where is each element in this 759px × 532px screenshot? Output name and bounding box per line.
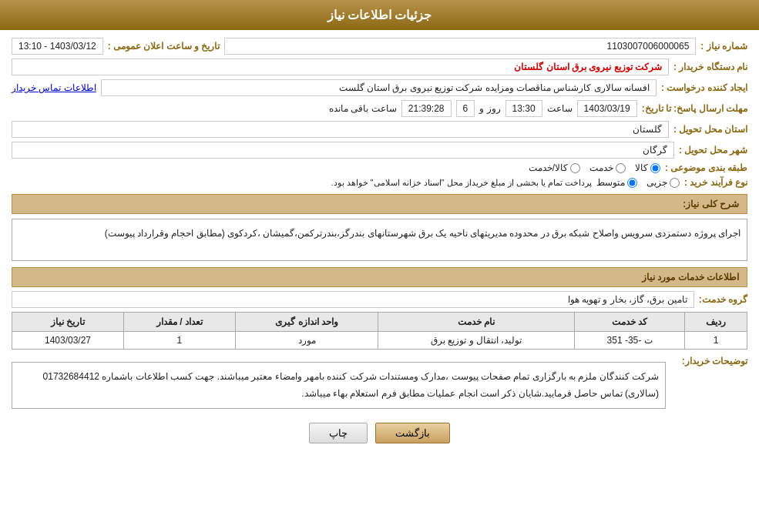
response-remaining: 21:39:28 <box>401 100 452 117</box>
time-label: ساعت <box>547 103 573 114</box>
cell-qty: 1 <box>124 332 236 350</box>
need-desc-header: شرح کلی نیاز: <box>12 194 747 214</box>
buyer-org-value: شرکت توزیع نیروی برق استان گلستان <box>12 59 669 75</box>
col-header-name: نام خدمت <box>378 313 575 332</box>
purchase-option-motevaset[interactable]: متوسط <box>596 177 637 188</box>
purchase-type-label: نوع فرآیند خرید : <box>684 177 747 188</box>
announce-date-value: 1403/03/12 - 13:10 <box>12 38 103 55</box>
col-header-unit: واحد اندازه گیری <box>235 313 378 332</box>
need-number-value: 1103007006000065 <box>224 38 696 55</box>
table-row: 1 ت -35- 351 تولید، انتقال و توزیع برق م… <box>12 332 747 350</box>
response-time: 13:30 <box>505 100 542 117</box>
need-desc-value: اجرای پروژه دستمزدی سرویس واصلاح شبکه بر… <box>12 219 747 261</box>
cell-code: ت -35- 351 <box>575 332 685 350</box>
province-value: گلستان <box>12 121 669 138</box>
need-desc-label: شرح کلی نیاز: <box>683 199 739 209</box>
announce-date-label: تاریخ و ساعت اعلان عمومی : <box>108 41 220 52</box>
contact-link[interactable]: اطلاعات تماس خریدار <box>12 82 96 93</box>
cell-date: 1403/03/27 <box>12 332 124 350</box>
buyer-org-label: نام دستگاه خریدار : <box>673 62 747 72</box>
creator-label: ایجاد کننده درخواست : <box>661 82 747 93</box>
cell-name: تولید، انتقال و توزیع برق <box>378 332 575 350</box>
services-section-header: اطلاعات خدمات مورد نیاز <box>12 267 747 287</box>
category-option-khedmat[interactable]: خدمت <box>589 162 626 173</box>
purchase-option-jozi[interactable]: جزیی <box>646 177 680 188</box>
response-deadline-label: مهلت ارسال پاسخ: تا تاریخ: <box>642 103 747 114</box>
button-row: بازگشت چاپ <box>12 423 747 443</box>
category-option-kala[interactable]: کالا <box>635 162 660 173</box>
cell-unit: مورد <box>235 332 378 350</box>
remaining-label: ساعت باقی مانده <box>329 103 397 114</box>
category-option-kala-khedmat[interactable]: کالا/خدمت <box>529 162 580 173</box>
col-header-code: کد خدمت <box>575 313 685 332</box>
services-table: ردیف کد خدمت نام خدمت واحد اندازه گیری ت… <box>12 312 747 350</box>
cell-row: 1 <box>685 332 747 350</box>
province-label: استان محل تحویل : <box>673 124 747 135</box>
buyer-notes-label: توضیحات خریدار: <box>670 356 747 366</box>
city-label: شهر محل تحویل : <box>679 145 747 156</box>
response-date: 1403/03/19 <box>577 100 637 117</box>
col-header-qty: تعداد / مقدار <box>124 313 236 332</box>
back-button[interactable]: بازگشت <box>375 423 450 443</box>
purchase-type-group: جزیی متوسط <box>596 177 680 188</box>
print-button[interactable]: چاپ <box>309 423 368 443</box>
days-label: روز و <box>479 103 500 114</box>
response-days: 6 <box>456 100 475 117</box>
purchase-note: پرداخت تمام یا بخشی از مبلغ خریداز محل "… <box>331 178 592 188</box>
services-section-label: اطلاعات خدمات مورد نیاز <box>642 272 739 283</box>
col-header-date: تاریخ نیاز <box>12 313 124 332</box>
category-label: طبقه بندی موضوعی : <box>665 162 747 173</box>
header-title: جزئیات اطلاعات نیاز <box>327 8 432 22</box>
need-number-label: شماره نیاز : <box>700 41 747 52</box>
col-header-row: ردیف <box>685 313 747 332</box>
buyer-notes-value: شرکت کنندگان ملزم به بارگزاری تمام صفحات… <box>12 362 666 409</box>
page-header: جزئیات اطلاعات نیاز <box>0 0 759 30</box>
service-group-label: گروه خدمت: <box>699 294 747 305</box>
city-value: گرگان <box>12 142 674 159</box>
creator-value: افسانه سالاری کارشناس مناقصات ومزایده شر… <box>101 79 657 96</box>
category-radio-group: کالا خدمت کالا/خدمت <box>529 162 660 173</box>
service-group-value: تامین برق، گاز، بخار و تهویه هوا <box>12 291 694 308</box>
